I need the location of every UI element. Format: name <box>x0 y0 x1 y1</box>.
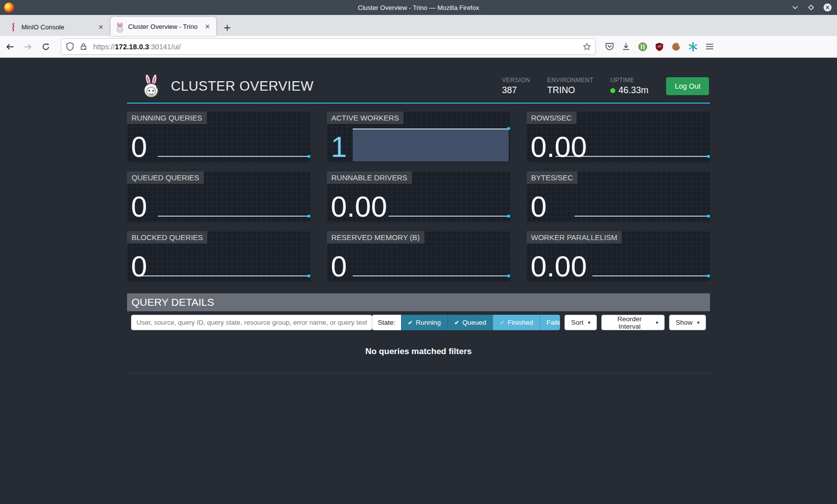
sparkline <box>158 216 309 217</box>
sparkline-dot <box>507 274 510 277</box>
tile-value: 0 <box>131 132 147 161</box>
cluster-header: CLUSTER OVERVIEW VERSION 387 ENVIRONMENT… <box>127 58 710 104</box>
sparkline-dot <box>707 274 710 277</box>
url-text: https://172.18.0.3:30141/ui/ <box>93 43 582 51</box>
extension-asterisk-icon[interactable] <box>688 42 698 52</box>
sparkline <box>158 156 309 157</box>
sparkline <box>353 275 509 276</box>
tile-label: ROWS/SEC <box>527 112 576 124</box>
page-title: CLUSTER OVERVIEW <box>171 79 314 94</box>
sparkline-dot <box>707 215 710 218</box>
tile-value: 0.00 <box>531 252 587 281</box>
forward-icon[interactable] <box>20 39 36 55</box>
version-label: VERSION <box>502 77 530 84</box>
uptime-value: 46.33m <box>610 85 648 96</box>
tile-label: BLOCKED QUERIES <box>127 231 207 244</box>
trino-page: CLUSTER OVERVIEW VERSION 387 ENVIRONMENT… <box>0 58 837 504</box>
sparkline-dot <box>507 215 510 218</box>
window-titlebar: Cluster Overview - Trino — Mozilla Firef… <box>0 0 837 15</box>
tracking-shield-icon[interactable] <box>65 42 75 51</box>
new-tab-button[interactable]: + <box>217 21 237 36</box>
query-details-title: QUERY DETAILS <box>127 296 214 308</box>
cookie-icon[interactable] <box>671 42 681 52</box>
bookmark-star-icon[interactable] <box>582 42 591 51</box>
state-filter-label: State: <box>372 315 401 330</box>
sparkline-dot <box>307 215 310 218</box>
sparkline-dot <box>507 127 510 130</box>
state-filter-queued[interactable]: ✔ Queued <box>447 315 493 330</box>
downloads-icon[interactable] <box>621 42 631 51</box>
extension-green-icon[interactable] <box>638 42 648 52</box>
connection-lock-icon[interactable] <box>79 42 88 51</box>
environment-block: ENVIRONMENT TRINO <box>547 77 593 96</box>
tile-value: 1 <box>331 132 347 161</box>
url-bar[interactable]: https://172.18.0.3:30141/ui/ <box>61 38 596 55</box>
sparkline-dot <box>307 274 310 277</box>
state-filter-finished[interactable]: ✔ Finished <box>493 315 540 330</box>
tile-running-queries: RUNNING QUERIES 0 <box>127 112 310 162</box>
reorder-interval-dropdown[interactable]: Reorder Interval ▾ <box>601 315 665 330</box>
trino-favicon-icon <box>116 22 124 31</box>
state-filter-failed-dropdown[interactable]: Failed ▾ <box>540 315 560 330</box>
query-list-empty-area: No queries matched filters <box>127 330 710 374</box>
tile-active-workers: ACTIVE WORKERS 1 <box>327 112 510 162</box>
environment-label: ENVIRONMENT <box>547 77 593 84</box>
window-maximize-icon[interactable] <box>807 3 815 11</box>
menu-hamburger-icon[interactable] <box>705 42 714 51</box>
sparkline-dot <box>307 155 310 158</box>
query-filter-toolbar: State: ✔ Running ✔ Queued ✔ Finished Fai… <box>127 315 710 330</box>
query-search-input[interactable] <box>131 315 372 330</box>
tile-value: 0.00 <box>531 132 587 161</box>
sparkline-dot <box>707 155 710 158</box>
sparkline <box>389 216 509 217</box>
chevron-down-icon: ▾ <box>588 320 590 325</box>
tab-bar: MinIO Console ✕ Cluster Overview - Trino… <box>0 15 837 36</box>
pocket-icon[interactable] <box>605 42 614 51</box>
state-filter-running[interactable]: ✔ Running <box>401 315 447 330</box>
sparkline <box>574 216 708 217</box>
firefox-logo-icon <box>4 2 14 12</box>
tile-value: 0.00 <box>331 192 387 221</box>
tile-runnable-drivers: RUNNABLE DRIVERS 0.00 <box>327 171 510 222</box>
tab-minio-console[interactable]: MinIO Console ✕ <box>4 18 110 36</box>
uptime-status-dot <box>610 88 615 93</box>
back-icon[interactable] <box>2 39 18 55</box>
reload-icon[interactable] <box>38 39 54 55</box>
ublock-origin-icon[interactable]: uO <box>655 42 664 52</box>
sparkline <box>592 275 708 276</box>
tile-blocked-queries: BLOCKED QUERIES 0 <box>127 231 310 282</box>
navigation-toolbar: https://172.18.0.3:30141/ui/ uO <box>0 36 837 58</box>
window-close-icon[interactable] <box>823 3 832 12</box>
logout-button[interactable]: Log Out <box>666 77 709 95</box>
show-dropdown[interactable]: Show ▾ <box>669 315 706 330</box>
empty-message: No queries matched filters <box>365 347 472 357</box>
window-minimize-icon[interactable] <box>791 3 799 11</box>
check-icon: ✔ <box>454 319 459 326</box>
check-icon: ✔ <box>408 319 413 326</box>
sparkline <box>141 275 309 276</box>
tab-close-icon[interactable]: ✕ <box>203 22 212 31</box>
uptime-block: UPTIME 46.33m <box>610 77 648 96</box>
window-title: Cluster Overview - Trino — Mozilla Firef… <box>0 4 837 11</box>
tile-label: WORKER PARALLELISM <box>527 231 622 244</box>
tab-close-icon[interactable]: ✕ <box>96 22 106 32</box>
tile-queued-queries: QUEUED QUERIES 0 <box>127 171 310 222</box>
chevron-down-icon: ▾ <box>697 320 699 325</box>
tile-value: 0 <box>531 192 547 221</box>
sort-dropdown[interactable]: Sort ▾ <box>564 315 597 330</box>
tile-label: BYTES/SEC <box>527 171 577 184</box>
svg-text:uO: uO <box>657 44 662 48</box>
tile-value: 0 <box>131 252 147 281</box>
tile-label: QUEUED QUERIES <box>127 171 204 184</box>
trino-bunny-logo-icon <box>141 73 161 99</box>
tile-label: RESERVED MEMORY (B) <box>327 231 424 244</box>
state-filter-group: State: ✔ Running ✔ Queued ✔ Finished Fai… <box>372 315 560 330</box>
environment-value: TRINO <box>547 85 593 96</box>
tab-label: MinIO Console <box>21 23 92 31</box>
stats-grid: RUNNING QUERIES 0 ACTIVE WORKERS 1 ROWS/… <box>127 112 710 282</box>
chevron-down-icon: ▾ <box>656 320 658 325</box>
tile-bytes-per-sec: BYTES/SEC 0 <box>527 171 710 222</box>
tab-cluster-overview[interactable]: Cluster Overview - Trino ✕ <box>111 17 216 36</box>
tile-worker-parallelism: WORKER PARALLELISM 0.00 <box>527 231 710 282</box>
tile-label: RUNNING QUERIES <box>127 112 207 124</box>
